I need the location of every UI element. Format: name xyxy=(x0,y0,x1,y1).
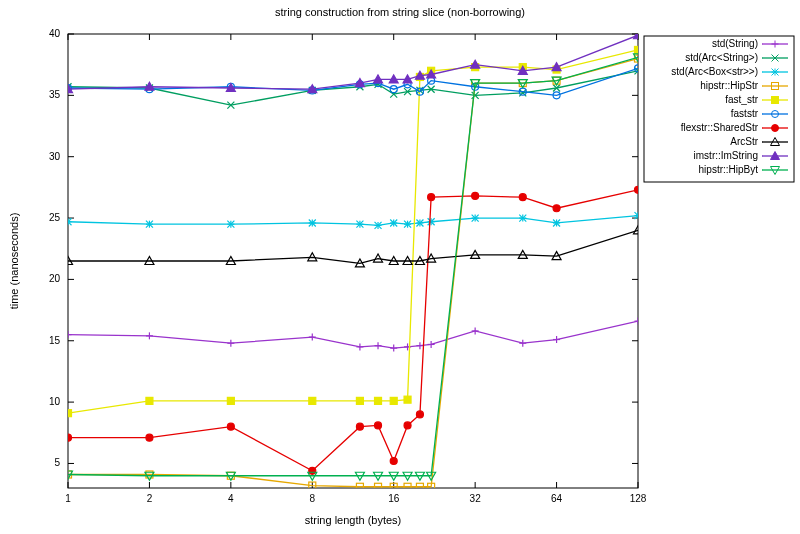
legend-label-2: std(Arc<Box<str>>) xyxy=(671,66,758,77)
svg-text:1: 1 xyxy=(65,493,71,504)
series-line-0 xyxy=(68,321,638,348)
svg-text:15: 15 xyxy=(49,335,61,346)
series-line-2 xyxy=(68,216,638,226)
svg-point-209 xyxy=(375,422,382,429)
svg-rect-176 xyxy=(65,410,72,417)
svg-rect-179 xyxy=(309,397,316,404)
svg-text:16: 16 xyxy=(388,493,400,504)
chart-title: string construction from string slice (n… xyxy=(275,6,525,18)
svg-text:8: 8 xyxy=(310,493,316,504)
series-line-9 xyxy=(68,57,638,475)
series-markers-9 xyxy=(64,54,643,480)
svg-point-207 xyxy=(309,467,316,474)
x-axis-label: string length (bytes) xyxy=(305,514,402,526)
legend-label-8: imstr::ImString xyxy=(694,150,758,161)
svg-text:40: 40 xyxy=(49,28,61,39)
y-axis-label: time (nanoseconds) xyxy=(8,213,20,310)
svg-rect-189 xyxy=(635,46,642,53)
legend: std(String)std(Arc<String>)std(Arc<Box<s… xyxy=(644,36,794,182)
series-line-6 xyxy=(68,190,638,471)
svg-point-206 xyxy=(227,423,234,430)
svg-rect-182 xyxy=(390,397,397,404)
series-markers-3 xyxy=(65,55,642,490)
chart-svg: string construction from string slice (n… xyxy=(0,0,800,534)
svg-text:2: 2 xyxy=(147,493,153,504)
svg-point-212 xyxy=(416,411,423,418)
legend-label-9: hipstr::HipByt xyxy=(699,164,759,175)
svg-point-205 xyxy=(146,434,153,441)
svg-text:30: 30 xyxy=(49,151,61,162)
svg-text:10: 10 xyxy=(49,396,61,407)
svg-point-215 xyxy=(519,194,526,201)
series-markers-2 xyxy=(65,212,642,229)
svg-text:128: 128 xyxy=(630,493,647,504)
legend-label-5: faststr xyxy=(731,108,759,119)
svg-point-217 xyxy=(635,186,642,193)
svg-point-204 xyxy=(65,434,72,441)
svg-rect-275 xyxy=(772,97,779,104)
legend-label-7: ArcStr xyxy=(730,136,758,147)
series-markers-4 xyxy=(65,46,642,416)
svg-text:32: 32 xyxy=(470,493,482,504)
svg-text:4: 4 xyxy=(228,493,234,504)
series-line-4 xyxy=(68,50,638,413)
svg-text:20: 20 xyxy=(49,273,61,284)
legend-label-3: hipstr::HipStr xyxy=(700,80,758,91)
svg-point-216 xyxy=(553,205,560,212)
svg-marker-245 xyxy=(634,31,643,39)
svg-text:35: 35 xyxy=(49,89,61,100)
svg-text:64: 64 xyxy=(551,493,563,504)
legend-label-6: flexstr::SharedStr xyxy=(681,122,759,133)
svg-rect-183 xyxy=(404,396,411,403)
legend-label-1: std(Arc<String>) xyxy=(685,52,758,63)
svg-rect-180 xyxy=(356,397,363,404)
svg-text:5: 5 xyxy=(54,457,60,468)
legend-label-4: fast_str xyxy=(725,94,758,105)
svg-point-279 xyxy=(772,125,779,132)
svg-point-213 xyxy=(428,194,435,201)
svg-rect-178 xyxy=(227,397,234,404)
svg-rect-181 xyxy=(375,397,382,404)
svg-point-208 xyxy=(356,423,363,430)
svg-rect-177 xyxy=(146,397,153,404)
svg-point-211 xyxy=(404,422,411,429)
series-line-3 xyxy=(68,59,638,487)
svg-text:25: 25 xyxy=(49,212,61,223)
legend-label-0: std(String) xyxy=(712,38,758,49)
series-markers-0 xyxy=(65,318,642,352)
svg-point-214 xyxy=(472,192,479,199)
series-line-1 xyxy=(68,71,638,105)
series-markers-6 xyxy=(65,186,642,474)
svg-point-210 xyxy=(390,458,397,465)
chart-container: string construction from string slice (n… xyxy=(0,0,800,534)
